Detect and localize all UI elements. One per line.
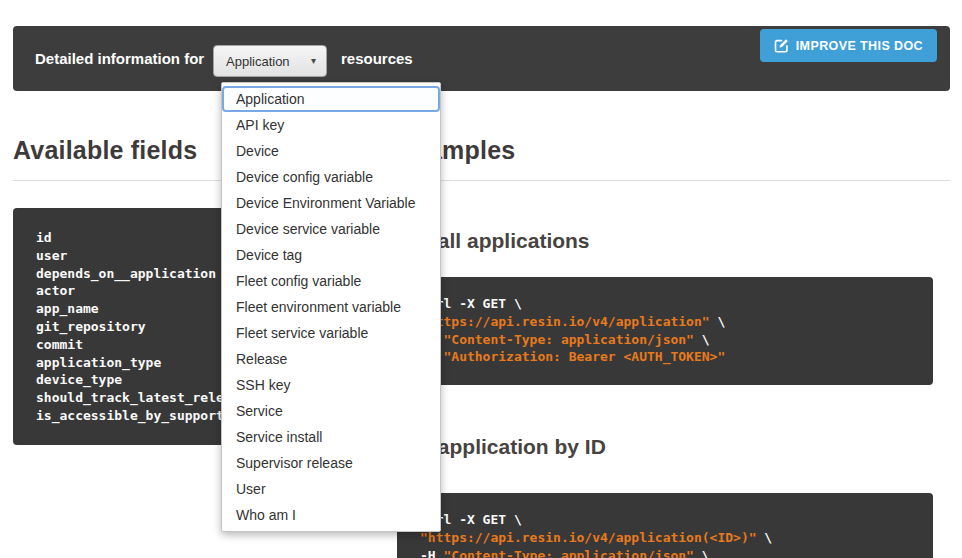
resource-dropdown-menu: ApplicationAPI keyDeviceDevice config va… bbox=[221, 82, 441, 532]
improve-this-doc-button[interactable]: IMPROVE THIS DOC bbox=[760, 29, 937, 62]
code-line: curl -X GET \ bbox=[420, 295, 910, 313]
improve-this-doc-label: IMPROVE THIS DOC bbox=[796, 39, 923, 53]
toolbar-banner: Detailed information for Application ▾ r… bbox=[13, 26, 950, 91]
code-line: -H "Content-Type: application/json" \ bbox=[420, 331, 910, 349]
dropdown-option-device-service-variable[interactable]: Device service variable bbox=[222, 216, 440, 242]
dropdown-option-user[interactable]: User bbox=[222, 476, 440, 502]
toolbar-text-prefix: Detailed information for bbox=[35, 50, 204, 67]
edit-icon bbox=[774, 38, 789, 53]
dropdown-option-ssh-key[interactable]: SSH key bbox=[222, 372, 440, 398]
code-line: "https://api.resin.io/v4/application(<ID… bbox=[420, 529, 910, 547]
dropdown-option-device-tag[interactable]: Device tag bbox=[222, 242, 440, 268]
dropdown-option-api-key[interactable]: API key bbox=[222, 112, 440, 138]
section-divider bbox=[13, 180, 950, 181]
available-fields-heading: Available fields bbox=[13, 136, 197, 165]
dropdown-option-service[interactable]: Service bbox=[222, 398, 440, 424]
dropdown-option-who-am-i[interactable]: Who am I bbox=[222, 502, 440, 528]
dropdown-option-device[interactable]: Device bbox=[222, 138, 440, 164]
dropdown-option-device-config-variable[interactable]: Device config variable bbox=[222, 164, 440, 190]
dropdown-option-service-install[interactable]: Service install bbox=[222, 424, 440, 450]
caret-down-icon: ▾ bbox=[311, 56, 316, 66]
example-code-block-get-all-applications: curl -X GET \"https://api.resin.io/v4/ap… bbox=[397, 277, 933, 385]
dropdown-option-release[interactable]: Release bbox=[222, 346, 440, 372]
toolbar-text-suffix: resources bbox=[341, 50, 413, 67]
dropdown-option-fleet-environment-variable[interactable]: Fleet environment variable bbox=[222, 294, 440, 320]
dropdown-option-device-environment-variable[interactable]: Device Environment Variable bbox=[222, 190, 440, 216]
code-line: curl -X GET \ bbox=[420, 511, 910, 529]
code-line: -H "Content-Type: application/json" \ bbox=[420, 547, 910, 558]
code-line: -H "Authorization: Bearer <AUTH_TOKEN>" bbox=[420, 348, 910, 366]
code-line: "https://api.resin.io/v4/application" \ bbox=[420, 313, 910, 331]
dropdown-option-fleet-service-variable[interactable]: Fleet service variable bbox=[222, 320, 440, 346]
resource-select[interactable]: Application ▾ bbox=[213, 45, 327, 77]
dropdown-option-application[interactable]: Application bbox=[222, 86, 440, 112]
resource-select-value: Application bbox=[226, 54, 290, 69]
example-code-block-get-application-by-id: curl -X GET \"https://api.resin.io/v4/ap… bbox=[397, 493, 933, 558]
dropdown-option-supervisor-release[interactable]: Supervisor release bbox=[222, 450, 440, 476]
dropdown-option-fleet-config-variable[interactable]: Fleet config variable bbox=[222, 268, 440, 294]
